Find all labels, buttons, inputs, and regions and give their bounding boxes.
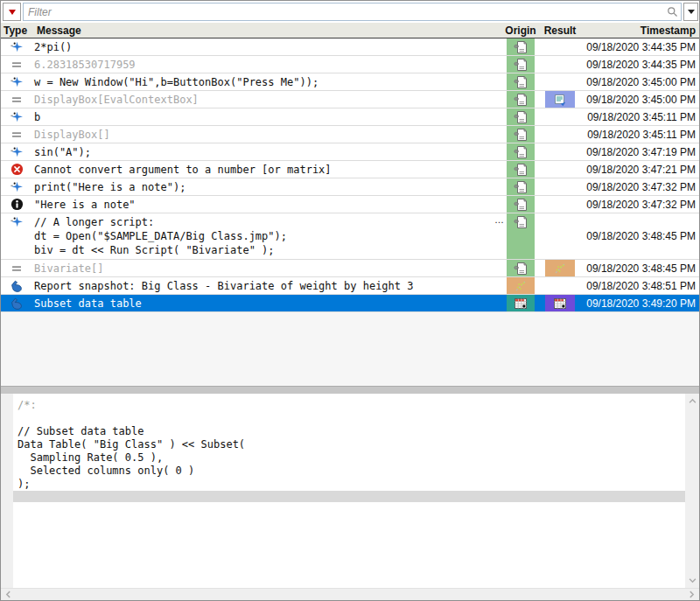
col-header-timestamp: Timestamp (575, 23, 699, 38)
log-row-type-cell (1, 161, 32, 178)
log-row[interactable]: Cannot convert argument to a number [or … (1, 161, 699, 178)
log-row[interactable]: w = New Window("Hi",b=ButtonBox("Press M… (1, 73, 699, 91)
log-row[interactable]: Subset data table09/18/2020 3:49:20 PM (1, 295, 699, 312)
origin-cell[interactable] (507, 73, 535, 90)
timestamp: 09/18/2020 3:45:00 PM (575, 73, 699, 90)
origin-cell[interactable] (507, 196, 535, 213)
script-vertical-scrollbar[interactable] (685, 394, 699, 588)
log-row-type-cell (1, 91, 32, 108)
run-icon (10, 215, 24, 229)
script-file-icon (514, 180, 528, 194)
script-file-icon (514, 145, 528, 159)
horizontal-scrollbar[interactable] (1, 588, 699, 600)
log-message: Report snapshot: Big Class - Bivariate o… (32, 277, 507, 294)
log-empty-area (1, 312, 699, 386)
script-line: Selected columns only( 0 ) (18, 465, 685, 478)
filter-dropdown-button[interactable] (683, 3, 698, 21)
script-line (18, 412, 685, 425)
log-message: print("Here is a note"); (32, 178, 507, 195)
log-row-type-cell (1, 73, 32, 90)
log-message: b (32, 108, 507, 125)
result-cell[interactable] (545, 178, 575, 195)
log-message: // A longer script:dt = Open("$SAMPLE_DA… (32, 213, 507, 259)
log-row[interactable]: sin("A");09/18/2020 3:47:19 PM (1, 143, 699, 161)
script-file-icon (514, 215, 528, 229)
origin-cell[interactable] (507, 277, 535, 294)
log-row-type-cell (1, 108, 32, 125)
result-cell[interactable] (545, 126, 575, 143)
script-code[interactable]: /*:// Subset data tableData Table( "Big … (13, 394, 685, 588)
log-row[interactable]: print("Here is a note");09/18/2020 3:47:… (1, 178, 699, 196)
timestamp: 09/18/2020 3:47:21 PM (575, 161, 699, 178)
origin-cell[interactable] (507, 108, 535, 125)
origin-cell[interactable] (507, 143, 535, 160)
filter-bar (1, 1, 699, 23)
log-message: Bivariate[] (32, 260, 507, 276)
timestamp: 09/18/2020 3:44:35 PM (575, 56, 699, 73)
script-file-icon (514, 128, 528, 142)
result-cell[interactable] (545, 56, 575, 73)
script-file-icon (514, 198, 528, 212)
origin-cell[interactable] (507, 178, 535, 195)
truncation-ellipsis: … (494, 214, 504, 225)
log-row[interactable]: DisplayBox[]09/18/2020 3:45:11 PM (1, 126, 699, 143)
filter-menu-button[interactable] (3, 3, 21, 21)
timestamp: 09/18/2020 3:49:20 PM (575, 295, 699, 311)
log-message: 2*pi() (32, 38, 507, 55)
scroll-left-icon[interactable] (4, 591, 12, 598)
script-line: /*: (18, 399, 685, 412)
origin-cell[interactable] (507, 56, 535, 73)
scroll-up-icon[interactable] (689, 397, 696, 405)
origin-cell[interactable] (507, 91, 535, 108)
col-header-message: Message (35, 23, 507, 38)
origin-cell[interactable] (507, 213, 535, 259)
log-row-type-cell (1, 126, 32, 143)
result-cell[interactable] (545, 91, 575, 108)
panel-splitter[interactable] (1, 386, 699, 394)
log-message: w = New Window("Hi",b=ButtonBox("Press M… (32, 73, 507, 90)
timestamp: 09/18/2020 3:45:11 PM (575, 126, 699, 143)
result-cell[interactable] (545, 196, 575, 213)
script-file-icon (514, 163, 528, 177)
result-cell[interactable] (545, 295, 575, 311)
log-row[interactable]: b09/18/2020 3:45:11 PM (1, 108, 699, 126)
result-cell[interactable] (545, 161, 575, 178)
result-cell[interactable] (545, 108, 575, 125)
result-cell[interactable] (545, 73, 575, 90)
script-file-icon (514, 58, 528, 72)
log-row[interactable]: 2*pi()09/18/2020 3:44:35 PM (1, 38, 699, 56)
log-row[interactable]: DisplayBox[EvalContextBox]09/18/2020 3:4… (1, 91, 699, 108)
result-cell[interactable] (545, 143, 575, 160)
result-cell[interactable] (545, 277, 575, 294)
log-row[interactable]: 6.2831853071795909/18/2020 3:44:35 PM (1, 56, 699, 73)
result-cell[interactable] (545, 260, 575, 276)
result-cell[interactable] (545, 38, 575, 55)
log-row[interactable]: "Here is a note"09/18/2020 3:47:32 PM (1, 196, 699, 213)
origin-cell[interactable] (507, 38, 535, 55)
scroll-down-icon[interactable] (689, 577, 696, 584)
log-table: 2*pi()09/18/2020 3:44:35 PM6.28318530717… (1, 38, 699, 312)
equals-icon (10, 128, 24, 142)
col-header-result: Result (545, 23, 575, 38)
col-header-type: Type (1, 23, 35, 38)
origin-cell[interactable] (507, 161, 535, 178)
equals-icon (10, 58, 24, 72)
run-icon (10, 180, 24, 194)
timestamp: 09/18/2020 3:47:19 PM (575, 143, 699, 160)
log-row-type-cell (1, 143, 32, 160)
origin-cell[interactable] (507, 126, 535, 143)
run-icon (10, 145, 24, 159)
log-row[interactable]: Report snapshot: Big Class - Bivariate o… (1, 277, 699, 295)
origin-cell[interactable] (507, 260, 535, 276)
display-box-icon (553, 93, 567, 107)
origin-cell[interactable] (507, 295, 535, 311)
log-row[interactable]: // A longer script:dt = Open("$SAMPLE_DA… (1, 213, 699, 260)
filter-input[interactable] (24, 3, 681, 20)
error-icon (10, 163, 24, 176)
script-line: ); (18, 478, 685, 491)
scroll-right-icon[interactable] (688, 591, 696, 598)
result-cell[interactable] (545, 213, 575, 259)
search-icon[interactable] (667, 6, 678, 17)
log-message: sin("A"); (32, 143, 507, 160)
log-row[interactable]: Bivariate[]09/18/2020 3:48:45 PM (1, 260, 699, 277)
